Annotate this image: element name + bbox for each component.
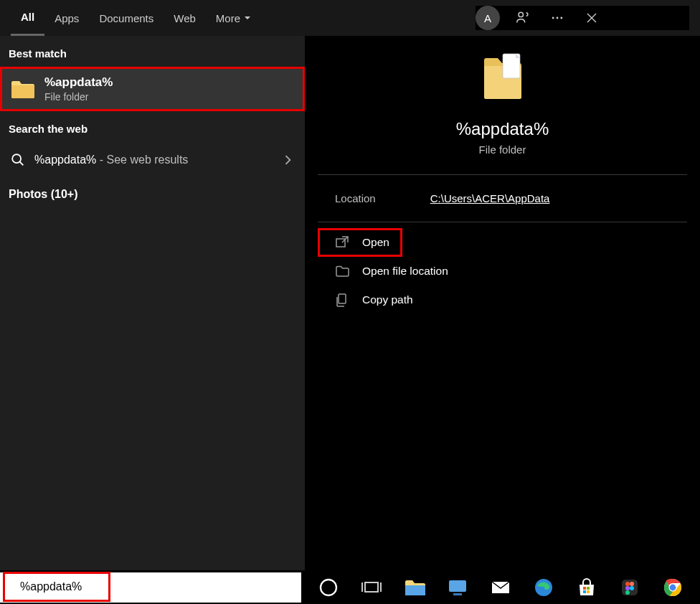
more-options-icon[interactable] [546, 6, 569, 29]
action-copy-path-label: Copy path [362, 293, 413, 306]
best-match-result[interactable]: %appdata% File folder [0, 67, 305, 111]
chevron-down-icon [243, 12, 252, 24]
file-explorer-icon[interactable] [403, 576, 426, 599]
chevron-right-icon [280, 153, 295, 167]
folder-icon [10, 78, 36, 100]
folder-outline-icon [335, 264, 349, 278]
tab-bar: All Apps Documents Web More A [0, 0, 700, 36]
svg-rect-21 [587, 590, 590, 593]
svg-rect-7 [339, 294, 346, 303]
result-title: %appdata% [44, 75, 113, 90]
search-web-label: Search the web [0, 111, 305, 142]
svg-rect-19 [587, 587, 590, 590]
chrome-icon[interactable] [661, 576, 684, 599]
search-input[interactable] [20, 580, 164, 593]
action-open-label: Open [362, 236, 389, 249]
action-open-file-location-label: Open file location [362, 265, 448, 278]
svg-point-25 [625, 586, 630, 590]
location-label: Location [335, 192, 376, 204]
search-icon [10, 152, 26, 168]
preview-title: %appdata% [318, 119, 687, 139]
web-hint: - See web results [96, 154, 188, 166]
copy-icon [335, 293, 349, 307]
user-avatar[interactable]: A [476, 6, 500, 30]
svg-point-1 [552, 17, 554, 19]
preview-subtitle: File folder [318, 143, 687, 156]
photos-result[interactable]: Photos (10+) [0, 178, 305, 211]
taskbar [0, 570, 700, 604]
svg-rect-22 [622, 580, 638, 595]
open-icon [335, 235, 349, 250]
result-subtitle: File folder [44, 91, 113, 103]
action-open-file-location[interactable]: Open file location [318, 257, 687, 286]
web-result[interactable]: %appdata% - See web results [0, 142, 305, 178]
svg-point-17 [535, 579, 552, 596]
web-query: %appdata% [34, 154, 96, 166]
tab-more[interactable]: More [206, 0, 262, 36]
tab-web[interactable]: Web [164, 0, 206, 36]
svg-point-27 [625, 590, 630, 595]
store-icon[interactable] [575, 576, 598, 599]
results-panel: Best match %appdata% File folder Search … [0, 36, 305, 570]
app-icon-1[interactable] [446, 576, 469, 599]
edge-icon[interactable] [532, 576, 555, 599]
svg-point-9 [321, 580, 336, 595]
task-view-icon[interactable] [360, 576, 383, 599]
action-open[interactable]: Open [318, 228, 402, 257]
preview-panel: %appdata% File folder Location C:\Users\… [305, 36, 700, 570]
svg-rect-20 [583, 590, 586, 593]
tab-documents[interactable]: Documents [89, 0, 164, 36]
mail-icon[interactable] [489, 576, 512, 599]
svg-point-23 [625, 582, 630, 586]
svg-rect-14 [449, 580, 466, 592]
action-copy-path[interactable]: Copy path [318, 286, 687, 314]
svg-rect-13 [405, 585, 425, 595]
cortana-icon[interactable] [317, 576, 340, 599]
tab-all[interactable]: All [11, 0, 44, 36]
svg-point-4 [12, 154, 21, 163]
feedback-icon[interactable] [511, 6, 534, 29]
tab-apps[interactable]: Apps [44, 0, 89, 36]
svg-point-3 [560, 17, 562, 19]
svg-rect-18 [583, 587, 586, 590]
svg-rect-6 [336, 239, 345, 247]
figma-icon[interactable] [618, 576, 641, 599]
location-path[interactable]: C:\Users\ACER\AppData [430, 192, 550, 204]
svg-point-2 [557, 17, 559, 19]
best-match-label: Best match [0, 36, 305, 67]
svg-point-24 [630, 582, 634, 586]
svg-point-0 [519, 12, 523, 16]
search-input-wrap[interactable] [3, 572, 110, 602]
preview-big-icon [318, 50, 687, 105]
svg-rect-10 [365, 582, 378, 592]
svg-point-26 [630, 586, 634, 590]
svg-rect-15 [453, 593, 462, 595]
close-button[interactable] [580, 6, 603, 29]
